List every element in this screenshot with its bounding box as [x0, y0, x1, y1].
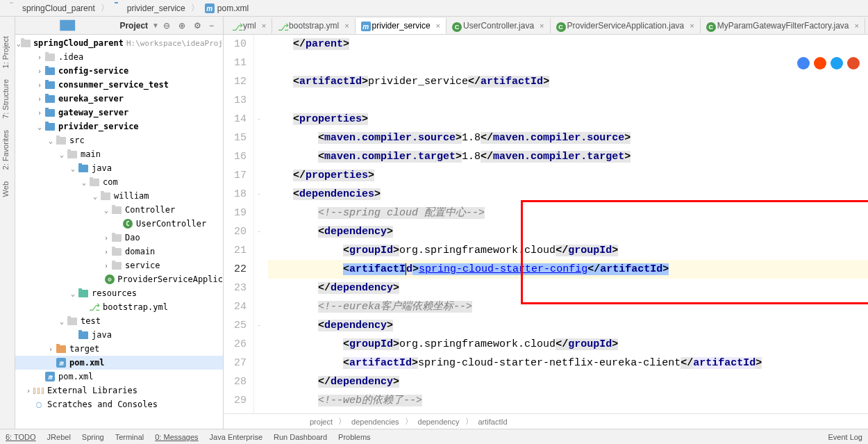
close-icon[interactable]: ×: [344, 22, 349, 30]
tree-node[interactable]: ⌄Controller: [15, 203, 223, 217]
code-editor[interactable]: 1011121314151617181920212223242526272829…: [224, 35, 868, 413]
tree-arrow-icon[interactable]: ›: [46, 345, 56, 353]
status-item[interactable]: Spring: [82, 433, 104, 441]
tree-arrow-icon[interactable]: ⌄: [79, 179, 89, 186]
tree-node[interactable]: ▢Scratches and Consoles: [15, 397, 223, 411]
code-line[interactable]: <maven.compiler.target>1.8</maven.compil…: [268, 147, 868, 166]
breadcrumb-item[interactable]: privider_service: [110, 2, 190, 15]
tree-node[interactable]: ›gateway_server: [15, 106, 223, 120]
tree-node[interactable]: ›consunmer_service_test: [15, 78, 223, 92]
code-line[interactable]: <!--web的依赖了-->: [268, 391, 868, 410]
tree-arrow-icon[interactable]: ⌄: [35, 123, 44, 131]
code-line[interactable]: <!--eureka客户端依赖坐标-->: [268, 297, 868, 316]
editor-tab[interactable]: CProviderServiceApplication.java×: [551, 18, 701, 33]
tree-node[interactable]: ›⫿⫿⫿External Libraries: [15, 384, 223, 397]
close-icon[interactable]: ×: [540, 22, 544, 30]
gear-icon[interactable]: ⚙: [194, 21, 203, 31]
fold-marker[interactable]: [254, 166, 264, 185]
breadcrumb-item[interactable]: mpom.xml: [201, 2, 253, 15]
tree-node[interactable]: mpom.xml: [15, 356, 223, 370]
code-line[interactable]: <artifactId>privider_service</artifactId…: [268, 72, 868, 91]
editor-tab[interactable]: CMyParamGatewayFilterFactory.java×: [701, 18, 865, 33]
tool-window-tab[interactable]: 1: Project: [0, 31, 15, 74]
crumb-item[interactable]: dependency: [418, 418, 460, 426]
tree-arrow-icon[interactable]: ›: [35, 95, 44, 103]
browser-icon[interactable]: [847, 57, 860, 69]
fold-marker[interactable]: -: [254, 316, 264, 335]
code-line[interactable]: </properties>: [268, 166, 868, 185]
fold-marker[interactable]: [254, 204, 264, 222]
editor-tab[interactable]: mprivider_service×: [356, 18, 446, 34]
close-icon[interactable]: ×: [855, 22, 859, 30]
fold-marker[interactable]: [254, 279, 264, 297]
code-line[interactable]: <dependencies>: [268, 185, 868, 204]
tree-arrow-icon[interactable]: ⌄: [68, 290, 78, 297]
browser-icon[interactable]: [831, 57, 843, 69]
editor-tab[interactable]: ⎇yml×: [226, 18, 272, 33]
tree-node[interactable]: ⌄main: [15, 147, 223, 161]
tree-arrow-icon[interactable]: ›: [35, 109, 44, 117]
crumb-item[interactable]: dependencies: [351, 418, 399, 426]
code-line[interactable]: <!--spring cloud 配置中心-->: [268, 204, 868, 222]
status-item[interactable]: JRebel: [47, 433, 71, 441]
fold-marker[interactable]: -: [254, 185, 264, 204]
tool-window-tab[interactable]: 7: Structure: [0, 74, 15, 124]
tree-arrow-icon[interactable]: ⌄: [57, 318, 67, 325]
code-line[interactable]: <groupId>org.springframework.cloud</grou…: [268, 241, 868, 260]
fold-marker[interactable]: [254, 129, 264, 147]
status-item[interactable]: Java Enterprise: [210, 433, 262, 441]
tree-node[interactable]: ⌄test: [15, 314, 223, 328]
fold-marker[interactable]: [254, 241, 264, 260]
tree-node[interactable]: ⌄resources: [15, 286, 223, 300]
tree-arrow-icon[interactable]: ›: [35, 54, 44, 61]
code-line[interactable]: <dependency>: [268, 222, 868, 241]
fold-marker[interactable]: -: [254, 222, 264, 241]
status-item[interactable]: Run Dashboard: [274, 433, 327, 441]
tree-arrow-icon[interactable]: ›: [35, 67, 44, 75]
code-line[interactable]: <artifactId>spring-cloud-starter-config<…: [268, 260, 868, 279]
tree-node[interactable]: ›Dao: [15, 231, 223, 245]
target-icon[interactable]: ⊕: [178, 21, 188, 31]
code-line[interactable]: </dependency>: [268, 279, 868, 297]
status-item[interactable]: 0: Messages: [155, 433, 198, 441]
fold-marker[interactable]: [254, 147, 264, 166]
code-line[interactable]: [268, 54, 868, 72]
tree-node[interactable]: ⌄springCloud_parentH:\workspace\ideaProj: [15, 36, 223, 50]
tree-arrow-icon[interactable]: ⌄: [68, 165, 78, 172]
tree-node[interactable]: CUserController: [15, 217, 223, 231]
tree-arrow-icon[interactable]: ›: [101, 248, 111, 256]
status-item[interactable]: Problems: [338, 433, 370, 441]
code-line[interactable]: </parent>: [268, 35, 868, 54]
tree-arrow-icon[interactable]: ›: [101, 234, 111, 242]
tool-window-tab[interactable]: Web: [0, 176, 15, 202]
tree-node[interactable]: ⎇bootstrap.yml: [15, 300, 223, 314]
fold-marker[interactable]: [254, 335, 264, 354]
tree-arrow-icon[interactable]: ›: [35, 81, 44, 89]
fold-marker[interactable]: [254, 91, 264, 110]
fold-marker[interactable]: [254, 35, 264, 54]
close-icon[interactable]: ×: [690, 22, 694, 30]
tree-node[interactable]: ›eureka_server: [15, 92, 223, 106]
editor-tab[interactable]: CUserController.java×: [446, 18, 550, 33]
tree-node[interactable]: ⚙ProviderServiceApplic: [15, 272, 223, 286]
tree-node[interactable]: java: [15, 328, 223, 342]
code-line[interactable]: <groupId>org.springframework.cloud</grou…: [268, 335, 868, 354]
hide-icon[interactable]: −: [209, 21, 219, 31]
breadcrumb-item[interactable]: springCloud_parent: [6, 2, 99, 15]
browser-icon[interactable]: [814, 57, 826, 69]
fold-marker[interactable]: [254, 391, 264, 410]
code-content[interactable]: </parent> <artifactId>privider_service</…: [264, 35, 868, 413]
tree-node[interactable]: ›domain: [15, 245, 223, 258]
tree-arrow-icon[interactable]: ⌄: [57, 151, 67, 158]
code-line[interactable]: <artifactId>spring-cloud-starter-netflix…: [268, 354, 868, 372]
fold-marker[interactable]: [254, 354, 264, 372]
close-icon[interactable]: ×: [262, 22, 266, 30]
tree-node[interactable]: ›config-service: [15, 64, 223, 78]
tree-arrow-icon[interactable]: ›: [101, 262, 111, 270]
crumb-item[interactable]: project: [310, 418, 333, 426]
tree-node[interactable]: ›target: [15, 342, 223, 356]
editor-tab[interactable]: ⎇bootstrap.yml×: [272, 18, 355, 33]
browser-icon[interactable]: [797, 57, 810, 69]
fold-marker[interactable]: [254, 372, 264, 391]
tree-arrow-icon[interactable]: ⌄: [101, 206, 111, 214]
